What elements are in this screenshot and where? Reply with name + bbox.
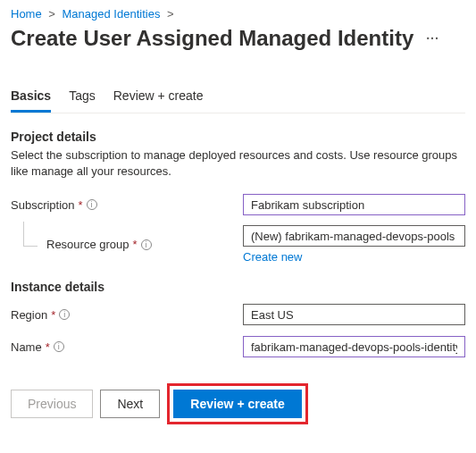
required-icon: * <box>51 308 55 322</box>
footer-buttons: Previous Next Review + create <box>11 383 465 424</box>
create-new-link[interactable]: Create new <box>243 250 302 264</box>
tree-line-icon <box>23 222 38 247</box>
next-button[interactable]: Next <box>100 390 160 418</box>
tab-review-create[interactable]: Review + create <box>113 83 204 113</box>
previous-button: Previous <box>11 390 93 418</box>
name-label: Name * i <box>11 340 243 354</box>
breadcrumb-home[interactable]: Home <box>11 7 42 21</box>
resource-group-input[interactable] <box>243 225 465 247</box>
resource-group-label-text: Resource group <box>46 238 129 251</box>
name-label-text: Name <box>11 340 42 354</box>
breadcrumb: Home > Managed Identities > <box>11 7 465 21</box>
breadcrumb-managed-identities[interactable]: Managed Identities <box>63 7 161 21</box>
info-icon[interactable]: i <box>54 341 64 352</box>
instance-details-heading: Instance details <box>11 280 465 294</box>
more-commands-icon[interactable]: ··· <box>426 31 439 46</box>
chevron-right-icon: > <box>167 7 174 21</box>
tab-basics[interactable]: Basics <box>11 83 51 113</box>
subscription-input[interactable] <box>243 194 465 215</box>
region-input[interactable] <box>243 304 465 325</box>
tab-tags[interactable]: Tags <box>69 83 96 113</box>
tab-strip: Basics Tags Review + create <box>11 83 465 113</box>
required-icon: * <box>46 340 50 354</box>
name-input[interactable] <box>243 336 465 357</box>
subscription-label: Subscription * i <box>11 198 243 212</box>
project-details-heading: Project details <box>11 130 465 144</box>
info-icon[interactable]: i <box>87 199 97 210</box>
region-label: Region * i <box>11 308 243 322</box>
project-details-description: Select the subscription to manage deploy… <box>11 147 465 179</box>
review-create-button[interactable]: Review + create <box>173 390 301 418</box>
info-icon[interactable]: i <box>59 309 70 320</box>
subscription-label-text: Subscription <box>11 198 75 212</box>
resource-group-label: Resource group * i <box>11 238 243 251</box>
required-icon: * <box>133 238 138 251</box>
chevron-right-icon: > <box>48 7 55 21</box>
page-title: Create User Assigned Managed Identity ··… <box>11 26 465 51</box>
page-title-text: Create User Assigned Managed Identity <box>11 26 413 51</box>
highlight-box: Review + create <box>167 383 307 424</box>
info-icon[interactable]: i <box>141 239 152 250</box>
region-label-text: Region <box>11 308 47 322</box>
required-icon: * <box>79 198 83 212</box>
